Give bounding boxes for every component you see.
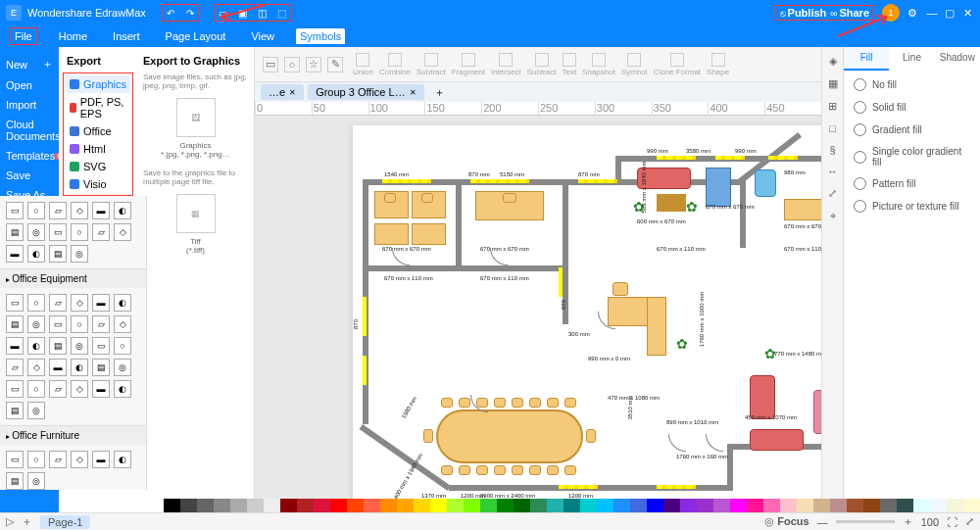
fill-option-picture-or-texture-fill[interactable]: Picture or texture fill <box>854 200 970 213</box>
color-palette-bar[interactable] <box>147 499 980 512</box>
shape-stencil[interactable]: ▤ <box>92 359 110 376</box>
shape-stencil[interactable]: ▱ <box>49 451 67 468</box>
color-swatch[interactable] <box>947 499 963 512</box>
sidebar-item-save[interactable]: Save <box>4 166 55 185</box>
shape-stencil[interactable]: ▬ <box>92 294 110 312</box>
shape-stencil[interactable]: ○ <box>71 315 88 333</box>
fill-option-single-color-gradient-fill[interactable]: Single color gradient fill <box>854 146 970 168</box>
fit-icon[interactable]: ⛶ <box>947 516 957 528</box>
tiff-thumb[interactable]: ▦ <box>176 194 216 233</box>
color-swatch[interactable] <box>430 499 447 512</box>
color-swatch[interactable] <box>147 499 164 512</box>
shape-stencil[interactable]: ◇ <box>114 223 131 241</box>
shape-stencil[interactable]: ▱ <box>92 223 110 241</box>
shape-stencil[interactable]: ▭ <box>6 294 24 312</box>
view2-icon[interactable]: ▣ <box>235 5 251 21</box>
shape-stencil[interactable]: ◇ <box>71 202 88 219</box>
shape-stencil[interactable]: ▤ <box>6 223 24 241</box>
shape-stencil[interactable]: ▤ <box>6 315 24 333</box>
export-item-graphics[interactable]: Graphics <box>66 75 130 93</box>
ribbon-intersect[interactable]: Intersect <box>491 53 521 76</box>
shape-stencil[interactable]: ▱ <box>49 202 67 219</box>
color-swatch[interactable] <box>230 499 247 512</box>
shape-stencil[interactable]: ▭ <box>6 202 24 219</box>
ribbon-subtract[interactable]: Subtract <box>527 53 557 76</box>
color-swatch[interactable] <box>280 499 297 512</box>
shape-stencil[interactable]: ◐ <box>114 202 131 219</box>
fill-option-gradient-fill[interactable]: Gradient fill <box>854 123 970 136</box>
shape-stencil[interactable]: ◐ <box>114 451 131 468</box>
fill-option-no-fill[interactable]: No fill <box>854 78 970 91</box>
view4-icon[interactable]: ⬚ <box>274 5 290 21</box>
share-button[interactable]: ∞ Share <box>830 7 869 19</box>
shape-circle-icon[interactable]: ○ <box>284 57 300 72</box>
canvas[interactable]: ✿✿✿✿1540 mm870 mm5150 mm870 mm990 mm3580… <box>255 116 821 512</box>
color-swatch[interactable] <box>963 499 980 512</box>
tab-1[interactable]: …e✕ <box>261 84 304 100</box>
shape-stencil[interactable]: ◐ <box>114 294 131 312</box>
user-avatar[interactable]: 1 <box>882 4 900 22</box>
shape-stencil[interactable]: ○ <box>27 294 45 312</box>
page-nav-icon[interactable]: ＋ <box>22 514 32 529</box>
export-item-office[interactable]: Office <box>66 122 130 140</box>
shape-stencil[interactable]: ▭ <box>49 223 67 241</box>
minimize-icon[interactable]: — <box>925 6 939 20</box>
color-swatch[interactable] <box>913 499 930 512</box>
color-swatch[interactable] <box>330 499 347 512</box>
shape-stencil[interactable]: ○ <box>27 380 45 398</box>
shape-stencil[interactable]: ◇ <box>27 359 45 376</box>
shape-stencil[interactable]: ▬ <box>6 245 24 263</box>
shape-stencil[interactable]: ▭ <box>6 380 24 398</box>
menu-home[interactable]: Home <box>55 28 91 44</box>
shape-stencil[interactable]: ▬ <box>49 359 67 376</box>
color-swatch[interactable] <box>847 499 863 512</box>
shape-stencil[interactable]: ▤ <box>6 402 24 419</box>
color-swatch[interactable] <box>880 499 897 512</box>
fill-option-pattern-fill[interactable]: Pattern fill <box>854 177 970 190</box>
shape-stencil[interactable]: ▭ <box>6 451 24 468</box>
sidebar-item-cloud-documents[interactable]: Cloud Documents <box>4 115 55 146</box>
color-swatch[interactable] <box>897 499 913 512</box>
settings-icon[interactable]: ⚙ <box>907 7 917 20</box>
shape-stencil[interactable]: ◇ <box>71 451 88 468</box>
shape-stencil[interactable]: ▱ <box>92 315 110 333</box>
shape-stencil[interactable]: ◇ <box>114 315 131 333</box>
ribbon-text[interactable]: Text <box>562 53 576 76</box>
shape-rect-icon[interactable]: ▭ <box>263 57 278 72</box>
shape-star-icon[interactable]: ☆ <box>306 57 321 72</box>
color-swatch[interactable] <box>730 499 747 512</box>
zoom-out-icon[interactable]: — <box>817 516 828 528</box>
fullscreen-icon[interactable]: ⤢ <box>965 515 974 528</box>
shape-stencil[interactable]: ◇ <box>71 294 88 312</box>
color-swatch[interactable] <box>763 499 780 512</box>
color-swatch[interactable] <box>397 499 414 512</box>
shape-stencil[interactable]: ▤ <box>49 245 67 263</box>
color-swatch[interactable] <box>547 499 564 512</box>
rail-tool-5[interactable]: ↔ <box>827 166 838 177</box>
color-swatch[interactable] <box>597 499 613 512</box>
export-item-html[interactable]: Html <box>66 140 130 158</box>
menu-view[interactable]: View <box>247 28 278 44</box>
close-icon[interactable]: ✕ <box>960 6 974 20</box>
color-swatch[interactable] <box>164 499 180 512</box>
rail-tool-1[interactable]: ▦ <box>828 77 838 90</box>
color-swatch[interactable] <box>380 499 397 512</box>
shape-stencil[interactable]: ◎ <box>114 359 131 376</box>
drawing-page[interactable]: ✿✿✿✿1540 mm870 mm5150 mm870 mm990 mm3580… <box>353 125 821 512</box>
sidebar-item-templates[interactable]: TemplatesNEW <box>4 146 55 166</box>
zoom-slider[interactable] <box>836 520 895 523</box>
view1-icon[interactable]: ▭ <box>216 5 231 21</box>
shape-stencil[interactable]: ◐ <box>114 380 131 398</box>
color-swatch[interactable] <box>197 499 214 512</box>
cat-office-equipment[interactable]: Office Equipment <box>0 268 146 288</box>
ribbon-symbol[interactable]: Symbol <box>621 53 648 76</box>
export-item-pdf-ps-eps[interactable]: PDF, PS, EPS <box>66 93 130 122</box>
color-swatch[interactable] <box>713 499 730 512</box>
color-swatch[interactable] <box>447 499 464 512</box>
color-swatch[interactable] <box>180 499 197 512</box>
shape-stencil[interactable]: ▭ <box>49 315 67 333</box>
undo-icon[interactable]: ↶ <box>163 5 178 21</box>
ribbon-clone-format[interactable]: Clone Format <box>654 53 701 76</box>
shape-stencil[interactable]: ◐ <box>27 245 45 263</box>
rail-tool-6[interactable]: ⤢ <box>828 187 837 200</box>
